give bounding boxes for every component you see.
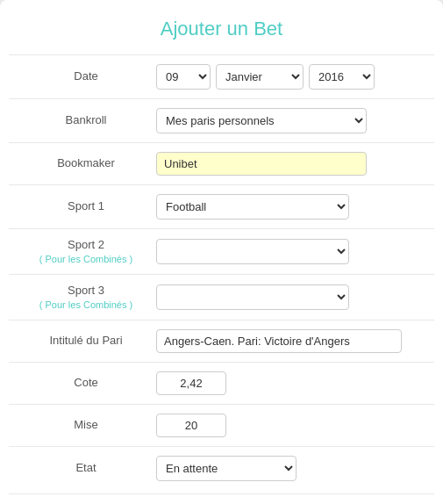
- sport1-row: Sport 1 Football TennisBasketballRugby H…: [9, 184, 434, 228]
- intitule-input[interactable]: [156, 329, 402, 353]
- sport1-select[interactable]: Football TennisBasketballRugby HandballH…: [156, 194, 349, 220]
- sport3-select[interactable]: FootballTennisBasketballRugby HandballHo…: [156, 284, 349, 310]
- page-title: Ajouter un Bet: [9, 18, 434, 40]
- sport1-controls: Football TennisBasketballRugby HandballH…: [156, 194, 427, 220]
- bookmaker-row: Bookmaker: [9, 142, 434, 184]
- etat-select[interactable]: En attente Gagné Perdu Annulé En cours: [156, 456, 297, 481]
- cote-label: Cote: [16, 376, 156, 391]
- cote-input[interactable]: [156, 371, 226, 395]
- date-month-select[interactable]: Janvier FévrierMarsAvrilMai JuinJuilletA…: [216, 64, 304, 90]
- bookmaker-controls: [156, 152, 427, 176]
- mise-input[interactable]: [156, 414, 226, 437]
- mise-label: Mise: [16, 418, 156, 433]
- sport2-select[interactable]: FootballTennisBasketballRugby HandballHo…: [156, 239, 349, 264]
- etat-controls: En attente Gagné Perdu Annulé En cours: [156, 456, 427, 481]
- date-year-select[interactable]: 201420152016 20172018: [309, 64, 375, 90]
- bankroll-select[interactable]: Mes paris personnels Bankroll 2 Bankroll…: [156, 108, 367, 133]
- sport3-label: Sport 3 ( Pour les Combinés ): [16, 284, 156, 311]
- sport3-row: Sport 3 ( Pour les Combinés ) FootballTe…: [9, 274, 434, 320]
- etat-label: Etat: [16, 461, 156, 476]
- mise-row: Mise: [9, 404, 434, 446]
- bankroll-label: Bankroll: [16, 113, 156, 128]
- date-label: Date: [16, 69, 156, 84]
- sport2-controls: FootballTennisBasketballRugby HandballHo…: [156, 239, 427, 264]
- bookmaker-input[interactable]: [156, 152, 367, 176]
- sport2-row: Sport 2 ( Pour les Combinés ) FootballTe…: [9, 228, 434, 274]
- cote-row: Cote: [9, 362, 434, 404]
- bankroll-controls: Mes paris personnels Bankroll 2 Bankroll…: [156, 108, 427, 133]
- mise-controls: [156, 414, 427, 437]
- date-day-select[interactable]: 09 ▲▼ 0102030405 0607080910 1112131415 1…: [156, 64, 211, 90]
- cote-controls: [156, 371, 427, 395]
- submit-row: Ajouter Bet: [9, 493, 434, 504]
- intitule-label: Intitulé du Pari: [16, 334, 156, 349]
- sport1-label: Sport 1: [16, 199, 156, 214]
- intitule-row: Intitulé du Pari: [9, 320, 434, 362]
- bookmaker-label: Bookmaker: [16, 156, 156, 171]
- date-row: Date 09 ▲▼ 0102030405 0607080910 1112131…: [9, 54, 434, 98]
- sport2-label: Sport 2 ( Pour les Combinés ): [16, 238, 156, 265]
- sport3-controls: FootballTennisBasketballRugby HandballHo…: [156, 284, 427, 310]
- add-bet-card: Ajouter un Bet Date 09 ▲▼ 0102030405 060…: [0, 0, 443, 504]
- etat-row: Etat En attente Gagné Perdu Annulé En co…: [9, 446, 434, 490]
- bankroll-row: Bankroll Mes paris personnels Bankroll 2…: [9, 98, 434, 142]
- intitule-controls: [156, 329, 427, 353]
- date-controls: 09 ▲▼ 0102030405 0607080910 1112131415 1…: [156, 64, 427, 90]
